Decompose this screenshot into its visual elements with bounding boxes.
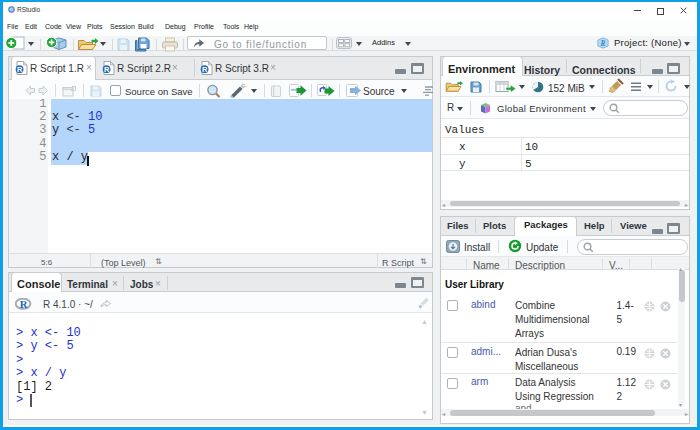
svg-text:R: R: [104, 65, 110, 74]
svg-text:R: R: [202, 65, 208, 74]
svg-text:R: R: [600, 40, 606, 48]
svg-text:R: R: [20, 298, 28, 310]
svg-text:R: R: [10, 7, 13, 12]
svg-text:R: R: [17, 65, 23, 74]
